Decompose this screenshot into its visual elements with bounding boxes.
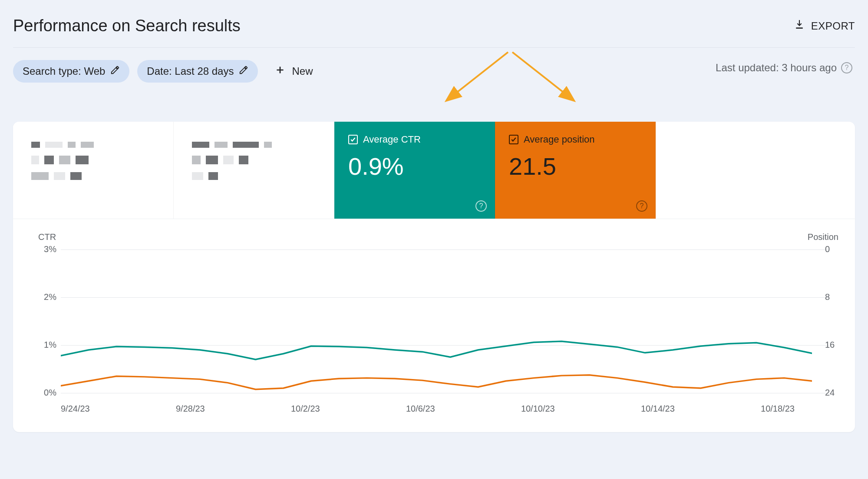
last-updated-text: Last updated: 3 hours ago <box>716 62 837 74</box>
redacted-content <box>27 134 161 210</box>
export-label: EXPORT <box>811 20 855 32</box>
chart-y-left-tick: 1% <box>35 340 56 350</box>
chart-lines <box>61 249 812 393</box>
date-range-chip[interactable]: Date: Last 28 days <box>137 60 258 83</box>
metric-ctr-value: 0.9% <box>348 152 482 180</box>
chart-x-tick: 10/18/23 <box>761 404 795 414</box>
help-icon[interactable]: ? <box>841 62 852 73</box>
date-range-chip-label: Date: Last 28 days <box>147 65 234 77</box>
chart-x-tick: 10/14/23 <box>641 404 675 414</box>
redacted-content <box>188 134 322 210</box>
metric-tile-impressions[interactable] <box>174 122 334 219</box>
chart-y-left-label: CTR <box>38 232 56 242</box>
chart-plot[interactable]: 3%02%81%160%249/24/239/28/2310/2/2310/6/… <box>61 249 812 393</box>
checkbox-checked-icon <box>509 135 518 144</box>
svg-line-1 <box>447 52 508 100</box>
chart-x-ticks: 9/24/239/28/2310/2/2310/6/2310/10/2310/1… <box>61 404 812 414</box>
chart-x-tick: 10/10/23 <box>521 404 555 414</box>
metric-position-label: Average position <box>524 134 595 145</box>
chart-y-left-tick: 0% <box>35 388 56 398</box>
export-button[interactable]: EXPORT <box>794 19 855 33</box>
page-title: Performance on Search results <box>13 17 241 35</box>
chart-y-right-tick: 0 <box>825 244 847 254</box>
add-filter-button[interactable]: New <box>266 64 313 78</box>
metric-ctr-label-row: Average CTR <box>348 134 482 145</box>
svg-line-2 <box>512 52 573 100</box>
search-type-chip-label: Search type: Web <box>23 65 105 77</box>
chart-gridline <box>61 393 829 393</box>
performance-card: Average CTR 0.9% ? Average position 21.5… <box>13 122 855 432</box>
help-icon[interactable]: ? <box>475 200 487 212</box>
chart-y-left-tick: 2% <box>35 292 56 302</box>
chart-y-right-tick: 16 <box>825 340 847 350</box>
chart-x-tick: 9/24/23 <box>61 404 90 414</box>
metrics-row: Average CTR 0.9% ? Average position 21.5… <box>13 122 855 219</box>
chart-series-line <box>61 375 812 389</box>
last-updated: Last updated: 3 hours ago ? <box>716 62 852 74</box>
plus-icon <box>274 64 286 78</box>
filter-row: Search type: Web Date: Last 28 days New … <box>13 48 855 83</box>
chart-y-right-label: Position <box>808 232 838 242</box>
header: Performance on Search results EXPORT <box>13 9 855 48</box>
chart-x-tick: 9/28/23 <box>176 404 205 414</box>
add-filter-label: New <box>292 65 313 77</box>
chart-y-right-tick: 24 <box>825 388 847 398</box>
annotation-arrows <box>430 48 595 113</box>
metric-tile-position[interactable]: Average position 21.5 ? <box>495 122 656 219</box>
chart-x-tick: 10/2/23 <box>291 404 320 414</box>
checkbox-checked-icon <box>348 135 358 144</box>
download-icon <box>794 19 805 33</box>
pencil-icon <box>239 65 248 77</box>
chart-area: CTR Position 3%02%81%160%249/24/239/28/2… <box>13 219 855 432</box>
chart-y-right-tick: 8 <box>825 292 847 302</box>
metric-position-label-row: Average position <box>509 134 643 145</box>
chart-y-left-tick: 3% <box>35 244 56 254</box>
help-icon[interactable]: ? <box>636 200 647 212</box>
chart-series-line <box>61 341 812 362</box>
search-type-chip[interactable]: Search type: Web <box>13 60 129 83</box>
metric-tile-ctr[interactable]: Average CTR 0.9% ? <box>334 122 495 219</box>
metric-tile-clicks[interactable] <box>13 122 174 219</box>
metric-position-value: 21.5 <box>509 152 643 180</box>
pencil-icon <box>110 65 120 77</box>
metric-ctr-label: Average CTR <box>363 134 421 145</box>
chart-x-tick: 10/6/23 <box>406 404 435 414</box>
